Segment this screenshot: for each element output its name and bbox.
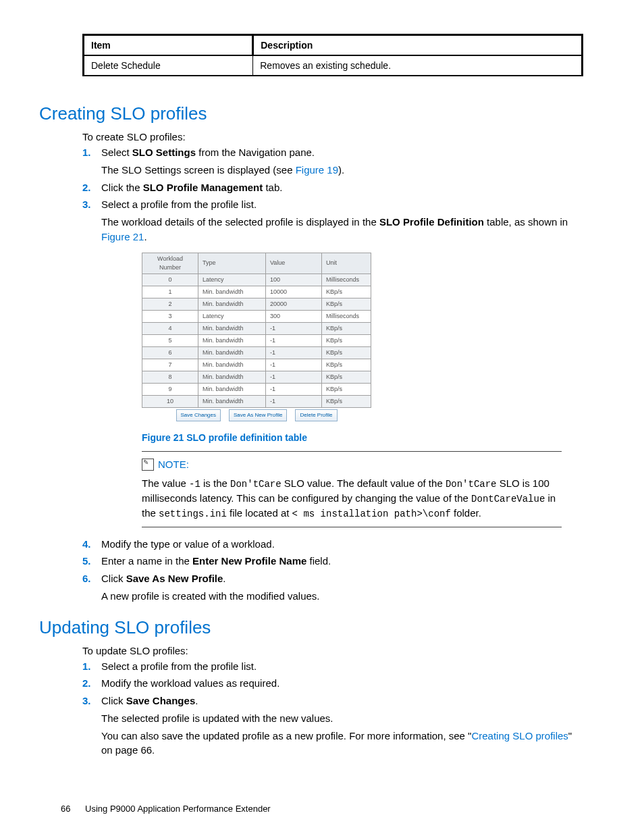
item-description-table: Item Description Delete Schedule Removes…: [82, 34, 583, 76]
link-figure-21[interactable]: Figure 21: [101, 231, 144, 242]
save-as-new-profile-button[interactable]: Save As New Profile: [229, 409, 287, 421]
note-label: NOTE:: [158, 457, 189, 472]
intro-text-2: To update SLO profiles:: [82, 645, 583, 656]
figure-21-caption: Figure 21 SLO profile definition table: [142, 431, 583, 444]
step-5: 5. Enter a name in the Enter New Profile…: [82, 554, 583, 569]
heading-creating-slo-profiles: Creating SLO profiles: [39, 103, 583, 124]
step-6: 6. Click Save As New Profile. A new prof…: [82, 571, 583, 604]
delete-profile-button[interactable]: Delete Profile: [295, 409, 337, 421]
page-footer: 66 Using P9000 Application Performance E…: [61, 804, 271, 814]
figure-21-table: Workload Number Type Value Unit 0Latency…: [142, 253, 583, 421]
step-u2: 2. Modify the workload values as require…: [82, 676, 583, 691]
heading-updating-slo-profiles: Updating SLO profiles: [39, 617, 583, 638]
note-block: NOTE: The value -1 is the Don'tCare SLO …: [142, 451, 562, 527]
link-figure-19[interactable]: Figure 19: [296, 164, 338, 176]
th-description: Description: [253, 35, 583, 56]
footer-text: Using P9000 Application Performance Exte…: [85, 804, 271, 814]
step-1: 1. Select SLO Settings from the Navigati…: [82, 145, 583, 178]
link-creating-slo-profiles[interactable]: Creating SLO profiles: [471, 730, 568, 741]
step-u1: 1. Select a profile from the profile lis…: [82, 659, 583, 674]
table-row: Delete Schedule Removes an existing sche…: [84, 55, 583, 76]
page-number: 66: [61, 804, 70, 814]
th-item: Item: [84, 35, 253, 56]
step-3: 3. Select a profile from the profile lis…: [82, 197, 583, 527]
step-2: 2. Click the SLO Profile Management tab.: [82, 180, 583, 195]
step-u3: 3. Click Save Changes. The selected prof…: [82, 694, 583, 758]
intro-text: To create SLO profiles:: [82, 131, 583, 142]
note-icon: [142, 459, 154, 471]
save-changes-button[interactable]: Save Changes: [176, 409, 221, 421]
step-4: 4. Modify the type or value of a workloa…: [82, 537, 583, 552]
